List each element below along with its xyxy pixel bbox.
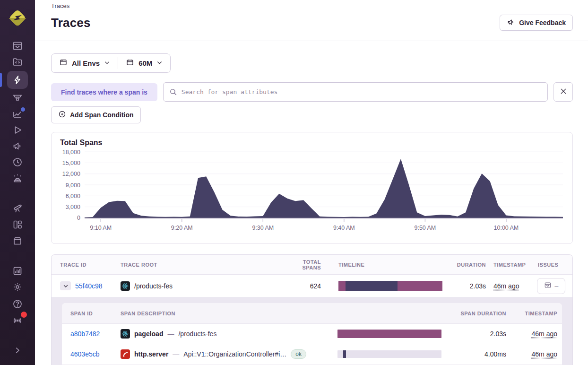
trace-id-link[interactable]: 55f40c98 — [75, 282, 103, 290]
give-feedback-button[interactable]: Give Feedback — [500, 15, 573, 31]
svg-text:0: 0 — [77, 215, 80, 221]
react-icon — [121, 329, 130, 339]
span-timestamp-link[interactable]: 46m ago — [532, 350, 557, 358]
calendar-icon — [126, 58, 134, 68]
page-header: Traces Traces Give Feedback — [35, 0, 588, 41]
col-timeline: TIMELINE — [325, 262, 449, 268]
sidebar-collapse-button[interactable] — [7, 342, 28, 358]
sidebar-item-issues[interactable] — [7, 38, 28, 54]
trace-total-spans: 624 — [287, 282, 325, 290]
active-indicator — [0, 73, 2, 87]
span-duration: 2.03s — [451, 330, 511, 338]
add-span-condition-button[interactable]: Add Span Condition — [51, 106, 141, 123]
sidebar-item-projects[interactable] — [7, 54, 28, 70]
sidebar-item-alerts[interactable] — [7, 170, 28, 186]
svg-text:9:20 AM: 9:20 AM — [171, 225, 193, 231]
help-icon — [12, 298, 23, 310]
sidebar-item-feedback[interactable] — [7, 138, 28, 154]
total-spans-chart: 03,0006,0009,00012,00015,00018,0009:10 A… — [60, 148, 564, 235]
svg-text:9:10 AM: 9:10 AM — [90, 225, 112, 231]
span-op: http.server — [134, 350, 168, 358]
replays-icon — [12, 125, 23, 135]
sidebar-item-releases[interactable] — [7, 233, 28, 249]
sentry-logo[interactable] — [7, 8, 28, 28]
sidebar-item-help[interactable] — [7, 296, 28, 312]
sidebar-item-settings[interactable] — [7, 279, 28, 295]
span-timestamp-link[interactable]: 46m ago — [532, 330, 557, 338]
discover-icon — [12, 203, 23, 214]
chevron-down-icon — [104, 59, 110, 67]
sidebar-item-replays[interactable] — [7, 122, 28, 138]
total-spans-chart-panel: Total Spans 03,0006,0009,00012,00015,000… — [51, 132, 573, 244]
trace-timeline-bar[interactable] — [338, 281, 442, 291]
page-filter-bar: All Envs 60M — [51, 53, 171, 73]
trace-row: 55f40c98 /products-fes 624 2.03s 46m — [52, 275, 572, 297]
traces-table-header: TRACE ID TRACE ROOT TOTAL SPANS TIMELINE… — [52, 255, 572, 275]
col-trace-root: TRACE ROOT — [121, 262, 287, 268]
issues-icon — [12, 40, 23, 52]
trace-issues-pill[interactable]: – — [537, 278, 565, 294]
search-icon — [169, 88, 177, 98]
explore-icon — [12, 75, 23, 85]
chevron-down-icon — [156, 59, 163, 67]
sidebar-item-discover[interactable] — [7, 200, 28, 217]
whats-new-notification-dot — [21, 312, 27, 318]
alerts-icon — [12, 173, 23, 184]
feedback-icon — [12, 140, 23, 152]
megaphone-icon — [507, 18, 515, 28]
svg-text:15,000: 15,000 — [62, 160, 80, 166]
sidebar-item-explore[interactable] — [7, 71, 28, 89]
clear-search-button[interactable] — [553, 82, 573, 102]
performance-icon — [12, 92, 23, 104]
stats-icon — [12, 265, 23, 277]
span-description[interactable]: /products-fes — [178, 330, 216, 338]
traces-table: TRACE ID TRACE ROOT TOTAL SPANS TIMELINE… — [51, 254, 573, 365]
issues-count-placeholder: – — [555, 282, 559, 290]
span-status-badge: ok — [291, 349, 306, 359]
span-row: 4603e5cb http.server — Api::V1::Organiza… — [62, 344, 562, 365]
find-traces-label: Find traces where a span is — [51, 83, 157, 101]
span-id-link[interactable]: a80b7482 — [70, 330, 100, 338]
svg-text:9:40 AM: 9:40 AM — [333, 225, 355, 231]
col-span-duration: SPAN DURATION — [451, 311, 511, 316]
trace-timestamp-link[interactable]: 46m ago — [493, 282, 519, 290]
breadcrumb[interactable]: Traces — [51, 1, 573, 9]
col-trace-id: TRACE ID — [52, 262, 121, 268]
col-span-id: SPAN ID — [62, 311, 121, 316]
page-title: Traces — [51, 16, 91, 30]
span-attributes-search-input[interactable] — [163, 82, 548, 102]
sidebar-item-dashboards[interactable] — [7, 217, 28, 233]
span-table-gutter: SPAN ID SPAN DESCRIPTION SPAN DURATION T… — [52, 297, 572, 365]
chart-title: Total Spans — [60, 139, 564, 147]
svg-text:12,000: 12,000 — [62, 171, 80, 177]
span-table-header: SPAN ID SPAN DESCRIPTION SPAN DURATION T… — [62, 303, 562, 324]
close-icon — [560, 87, 567, 96]
span-duration: 4.00ms — [451, 350, 511, 358]
sidebar-item-insights[interactable] — [7, 106, 28, 122]
collapse-trace-button[interactable] — [60, 281, 71, 290]
ruby-icon — [121, 349, 130, 359]
sidebar-item-crons[interactable] — [7, 154, 28, 170]
react-icon — [121, 281, 130, 291]
span-op: pageload — [134, 330, 163, 338]
dashboards-icon — [12, 219, 23, 230]
environment-filter[interactable]: All Envs — [52, 58, 118, 68]
insights-notification-dot — [21, 107, 25, 112]
span-table: SPAN ID SPAN DESCRIPTION SPAN DURATION T… — [62, 303, 562, 365]
chevron-right-icon — [13, 346, 22, 355]
svg-text:9:30 AM: 9:30 AM — [252, 225, 274, 231]
trace-duration: 2.03s — [449, 282, 490, 290]
sidebar-item-whats-new[interactable] — [7, 312, 28, 328]
span-id-link[interactable]: 4603e5cb — [70, 350, 100, 358]
span-description[interactable]: Api::V1::OrganizationController#i… — [183, 350, 286, 358]
svg-text:6,000: 6,000 — [66, 193, 80, 200]
projects-icon — [12, 56, 23, 68]
span-duration-bar — [337, 350, 441, 358]
trace-root-name[interactable]: /products-fes — [134, 282, 173, 290]
sidebar-item-performance[interactable] — [7, 90, 28, 106]
svg-text:9,000: 9,000 — [66, 182, 80, 189]
sidebar-item-stats[interactable] — [7, 263, 28, 279]
plus-circle-icon — [58, 110, 66, 120]
time-range-filter[interactable]: 60M — [118, 58, 170, 68]
svg-text:18,000: 18,000 — [62, 149, 80, 156]
